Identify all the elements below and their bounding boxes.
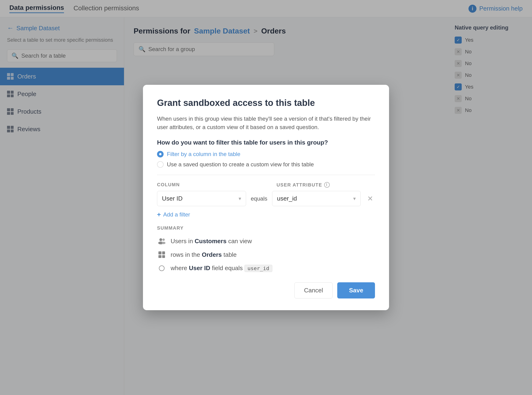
modal-footer: Cancel Save [157,282,375,298]
filter-section: COLUMN USER ATTRIBUTE i User ID ▾ equals… [157,182,375,218]
summary-section: SUMMARY Users in Customers can view [157,225,375,273]
user-attribute-select[interactable]: user_id ▾ [272,191,361,206]
radio-circle-column [157,151,164,157]
save-button[interactable]: Save [337,282,375,298]
modal-divider [157,175,375,175]
modal-description: When users in this group view this table… [157,115,375,132]
user-attribute-select-value: user_id [277,195,297,202]
summary-row-users: Users in Customers can view [157,236,375,246]
add-filter-button[interactable]: + Add a filter [157,211,375,218]
where-icon [157,263,166,273]
column-select-chevron: ▾ [238,196,241,202]
modal-backdrop: Grant sandboxed access to this table Whe… [0,0,532,395]
remove-filter-button[interactable]: ✕ [365,194,375,203]
user-attribute-select-chevron: ▾ [353,196,356,202]
svg-point-3 [162,242,166,244]
user-attribute-info-icon: i [324,182,330,188]
add-filter-label: Add a filter [163,211,190,218]
column-select[interactable]: User ID ▾ [157,191,246,206]
filter-type-radio-group: Filter by a column in the table Use a sa… [157,151,375,168]
radio-label-saved-question: Use a saved question to create a custom … [167,161,314,168]
column-select-value: User ID [162,195,183,202]
summary-text-where: where User ID field equals user_id [171,264,272,272]
sandboxed-access-modal: Grant sandboxed access to this table Whe… [143,85,389,310]
users-icon [157,236,166,246]
summary-text-users: Users in Customers can view [171,238,252,245]
equals-label: equals [251,195,267,202]
modal-question: How do you want to filter this table for… [157,139,375,146]
svg-point-2 [162,238,165,241]
summary-row-table: rows in the Orders table [157,250,375,259]
radio-option-column[interactable]: Filter by a column in the table [157,151,375,157]
summary-header: SUMMARY [157,225,375,231]
add-filter-plus-icon: + [157,211,161,218]
radio-label-column: Filter by a column in the table [167,151,240,157]
svg-point-0 [159,238,162,241]
summary-row-where: where User ID field equals user_id [157,263,375,273]
modal-title: Grant sandboxed access to this table [157,98,375,108]
user-id-badge: user_id [244,265,272,272]
radio-option-saved-question[interactable]: Use a saved question to create a custom … [157,161,375,168]
filter-labels: COLUMN USER ATTRIBUTE i [157,182,375,188]
filter-row: User ID ▾ equals user_id ▾ ✕ [157,191,375,206]
table-icon-summary [157,250,166,259]
user-attribute-header: USER ATTRIBUTE [277,182,322,188]
radio-circle-saved-question [157,161,164,168]
summary-text-table: rows in the Orders table [171,251,237,258]
cancel-button[interactable]: Cancel [294,282,332,298]
column-header: COLUMN [157,182,246,188]
